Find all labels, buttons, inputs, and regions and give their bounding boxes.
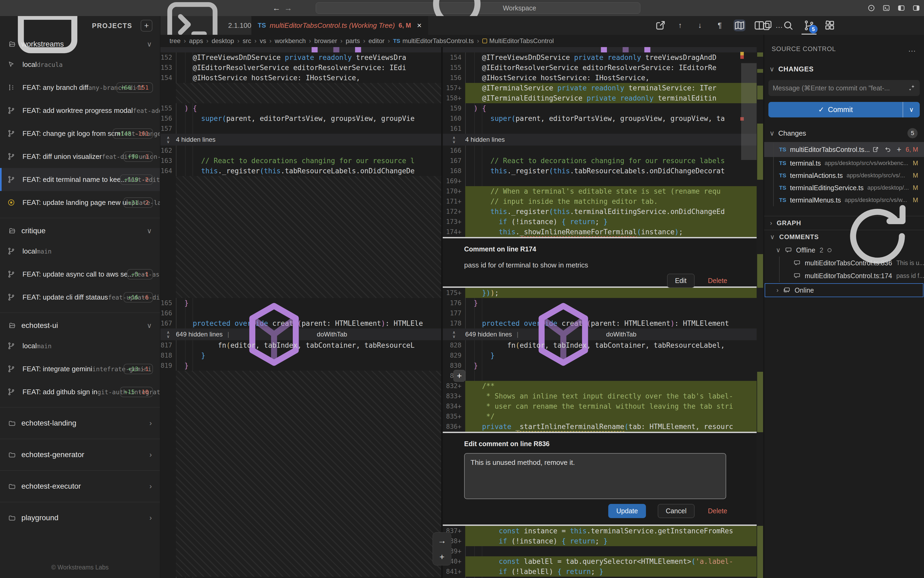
version-tab[interactable]: 2.1.100 <box>160 16 251 35</box>
code-line[interactable]: 152 @ITreeViewsDnDService private readon… <box>160 52 441 63</box>
code-line[interactable]: 833+ * Shows an inline text input direct… <box>443 391 764 401</box>
prev-change-icon[interactable]: ↑ <box>674 19 686 31</box>
open-changes-icon[interactable] <box>655 19 666 31</box>
commit-message-input[interactable] <box>773 84 908 92</box>
diff-left-pane[interactable]: ∨hidden lines|MultiEditorTabsControl›con… <box>160 47 441 578</box>
sidebar-group-critique[interactable]: critique∨ <box>0 222 160 240</box>
code-line[interactable]: 840+ const labelEl = tab.querySelector<H… <box>443 556 764 567</box>
workstream-item[interactable]: FEAT: add github sign ingit-auth-integra… <box>0 380 160 403</box>
breadcrumb-item[interactable]: src <box>243 37 251 45</box>
breadcrumb-item[interactable]: editor <box>368 37 384 45</box>
hidden-lines-band[interactable]: ∧∨4 hidden lines <box>160 134 441 146</box>
diff-right-pane[interactable]: ∨hidden lines|MultiEditorTabsControl›con… <box>443 47 764 578</box>
code-line[interactable]: 153 @IEditorResolverService editorResolv… <box>160 63 441 73</box>
code-line[interactable]: 155 @IEditorResolverService editorResolv… <box>443 63 764 73</box>
breadcrumb-symbol[interactable]: MultiEditorTabsControl <box>489 37 554 45</box>
breadcrumb-item[interactable]: tree <box>170 37 180 45</box>
code-line[interactable]: 836+ private _startInlineTerminalRename(… <box>443 422 764 432</box>
breadcrumb[interactable]: tree›apps›desktop›src›vs›workbench›brows… <box>160 35 764 47</box>
code-line[interactable]: 163 // React to decorations changing for… <box>160 156 441 166</box>
workstream-item[interactable]: localmain <box>0 240 160 263</box>
changed-file-row[interactable]: TSterminalEditingService.tsapps/desktop/… <box>764 182 924 194</box>
workstream-item[interactable]: FEAT: integrate geminiintefrate-gemini+1… <box>0 357 160 380</box>
code-line[interactable]: 156 @IHostService hostService: IHostServ… <box>443 73 764 83</box>
terminal-icon[interactable] <box>882 4 890 12</box>
add-project-button[interactable]: + <box>141 20 152 32</box>
code-line[interactable]: 170+ // When a terminal's editable state… <box>443 186 764 196</box>
code-line[interactable]: 157 <box>160 123 441 134</box>
code-line[interactable]: 166 <box>443 146 764 156</box>
source-control-icon[interactable]: 5 <box>803 19 815 31</box>
code-line[interactable]: 818 } <box>160 351 441 360</box>
workstream-item[interactable]: FEAT: any branch diffany-branch-diff+66-… <box>0 76 160 99</box>
active-file-tab[interactable]: TS multiEditorTabsControl.ts (Working Tr… <box>251 16 428 35</box>
whitespace-icon[interactable]: ¶ <box>714 19 726 31</box>
comment-thread-item[interactable]: multiEditorTabsControl.ts:174pass id f..… <box>764 270 924 282</box>
code-line[interactable]: 834+ * user can rename the terminal with… <box>443 401 764 411</box>
workstream-item[interactable]: FEAT: change git logo from scmfeat-chang… <box>0 122 160 145</box>
code-line[interactable]: 174+ this._showInlineRenameForTerminal(i… <box>443 227 764 237</box>
sidebar-group-echotest-ui[interactable]: echotest-ui∨ <box>0 317 160 334</box>
workstream-item[interactable]: FEAT: add worktree progress modalfeat-ad… <box>0 99 160 122</box>
breadcrumb-item[interactable]: browser <box>314 37 337 45</box>
close-tab-icon[interactable]: × <box>417 21 422 30</box>
forward-button[interactable]: → <box>282 0 294 16</box>
code-line[interactable]: 819 } <box>160 360 441 371</box>
code-line[interactable]: 168 this._register(this.tabResourceLabel… <box>443 166 764 176</box>
code-line[interactable]: 157+ @ITerminalService private readonly … <box>443 83 764 93</box>
changed-file-row[interactable]: TSterminalActions.tsapps/desktop/src/vs/… <box>764 169 924 182</box>
discard-changes-icon[interactable] <box>884 146 892 153</box>
sidebar-group-echotest-generator[interactable]: echotest-generator› <box>0 443 160 466</box>
map-view-icon[interactable] <box>734 19 746 31</box>
hidden-lines-band[interactable]: ∧∨649 hidden lines|doWithTab <box>443 328 764 340</box>
cancel-comment-button[interactable]: Cancel <box>658 504 695 518</box>
commit-dropdown-icon[interactable]: ∨ <box>903 102 920 117</box>
breadcrumb-file[interactable]: multiEditorTabsControl.ts <box>402 37 474 45</box>
hidden-lines-band[interactable]: ∧∨4 hidden lines <box>443 134 764 146</box>
code-line[interactable]: 154 @ITreeViewsDnDService private readon… <box>443 52 764 63</box>
toggle-left-panel-icon[interactable] <box>897 4 905 12</box>
sidebar-group-echotest-landing[interactable]: echotest-landing› <box>0 411 160 435</box>
search-panel-icon[interactable] <box>782 19 794 31</box>
code-line[interactable]: 835+ */ <box>443 411 764 422</box>
code-line[interactable]: 162 <box>160 146 441 156</box>
code-line[interactable]: 156 super(parent, editorPartsView, group… <box>160 114 441 123</box>
stage-file-icon[interactable]: + <box>897 145 901 154</box>
extensions-icon[interactable] <box>824 19 836 31</box>
delete-comment-button[interactable]: Delete <box>706 274 729 287</box>
code-line[interactable]: 155 ) { <box>160 103 441 114</box>
code-line[interactable]: 839+ <box>443 546 764 556</box>
changed-file-row[interactable]: TSmultiEditorTabsControl.ts...+6, M <box>764 142 924 157</box>
workstream-item[interactable]: FEAT: edit terminal name to kee...feat-e… <box>0 168 160 191</box>
breadcrumb-item[interactable]: vs <box>259 37 266 45</box>
edit-comment-button[interactable]: Edit <box>667 274 695 288</box>
hidden-lines-band[interactable]: ∨hidden lines|MultiEditorTabsControl›con… <box>160 47 441 52</box>
next-change-icon[interactable]: ↓ <box>694 19 706 31</box>
code-line[interactable]: 167 // React to decorations changing for… <box>443 156 764 166</box>
workstream-item[interactable]: FEAT: update async call to aws se...feat… <box>0 263 160 286</box>
code-line[interactable]: 169+ <box>443 176 764 186</box>
hidden-lines-band[interactable]: ∨hidden lines|MultiEditorTabsControl›con… <box>443 47 764 52</box>
sidebar-group-echotest-executor[interactable]: echotest-executor› <box>0 474 160 498</box>
commit-button[interactable]: ✓Commit ∨ <box>768 102 920 117</box>
scm-more-icon[interactable]: … <box>908 44 916 54</box>
update-comment-button[interactable]: Update <box>608 504 646 518</box>
online-thread-row[interactable]: ›Online <box>765 283 924 297</box>
code-line[interactable]: 173+ if (!instance) { return; } <box>443 217 764 227</box>
comment-thread-item[interactable]: multiEditorTabsControl.ts:836This is u..… <box>764 257 924 270</box>
code-line[interactable]: 171+ // input inside the matching editor… <box>443 196 764 206</box>
scm-changes-section[interactable]: ∨ CHANGES <box>764 54 924 73</box>
open-file-icon[interactable] <box>872 146 879 153</box>
code-line[interactable]: 164 this._register(this.tabResourceLabel… <box>160 166 441 176</box>
code-line[interactable]: 829 } <box>443 351 764 360</box>
code-line[interactable]: 161 <box>443 123 764 134</box>
explorer-icon[interactable] <box>762 19 773 31</box>
code-line[interactable]: 159 ) { <box>443 103 764 114</box>
code-line[interactable]: 838+ if (!instance) { return; } <box>443 536 764 546</box>
workstream-item[interactable]: FEAT: update landing page new uiupdate-l… <box>0 191 160 214</box>
code-line[interactable]: 158+ @ITerminalEditingService private re… <box>443 93 764 103</box>
breadcrumb-item[interactable]: workbench <box>275 37 306 45</box>
code-line[interactable]: 841+ if (!labelEl) { return; } <box>443 567 764 577</box>
comments-section-header[interactable]: ∨ COMMENTS <box>764 230 924 244</box>
workspace-search[interactable]: Workspace <box>316 2 640 14</box>
